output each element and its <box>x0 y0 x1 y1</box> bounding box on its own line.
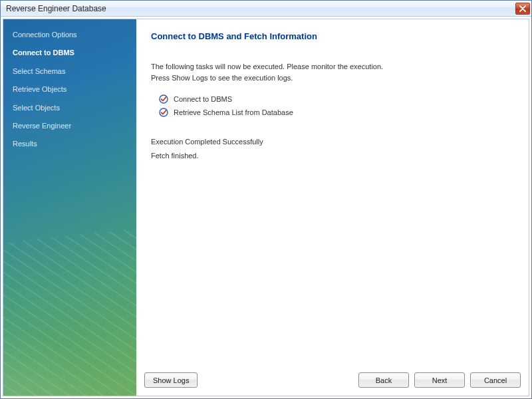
sidebar-item-retrieve-objects[interactable]: Retrieve Objects <box>3 80 136 98</box>
page-heading: Connect to DBMS and Fetch Information <box>151 31 514 41</box>
sidebar-item-connect-to-dbms[interactable]: Connect to DBMS <box>3 44 136 62</box>
sidebar-item-connection-options[interactable]: Connection Options <box>3 26 136 44</box>
cancel-button[interactable]: Cancel <box>470 372 521 388</box>
task-list: Connect to DBMS Retrieve Schema List fro… <box>159 92 514 119</box>
sidebar-item-reverse-engineer[interactable]: Reverse Engineer <box>3 117 136 135</box>
window-title: Reverse Engineer Database <box>6 4 515 13</box>
intro-text: The following tasks will now be executed… <box>151 61 514 83</box>
button-row: Show Logs Back Next Cancel <box>136 367 529 396</box>
sidebar-item-select-objects[interactable]: Select Objects <box>3 99 136 117</box>
wizard-sidebar: Connection Options Connect to DBMS Selec… <box>3 19 136 396</box>
sidebar-item-select-schemas[interactable]: Select Schemas <box>3 63 136 80</box>
show-logs-button[interactable]: Show Logs <box>144 372 198 388</box>
back-button[interactable]: Back <box>358 372 409 388</box>
status-line-1: Execution Completed Successfully <box>151 135 514 149</box>
intro-line-2: Press Show Logs to see the execution log… <box>151 72 514 84</box>
checkmark-icon <box>159 94 168 104</box>
task-row: Connect to DBMS <box>159 92 514 106</box>
status-line-2: Fetch finished. <box>151 149 514 163</box>
dialog-window: Reverse Engineer Database Connection Opt… <box>0 0 532 399</box>
next-button[interactable]: Next <box>414 372 465 388</box>
task-label: Connect to DBMS <box>174 95 232 103</box>
task-row: Retrieve Schema List from Database <box>159 106 514 119</box>
titlebar[interactable]: Reverse Engineer Database <box>1 1 531 17</box>
close-icon <box>519 5 526 12</box>
main-panel: Connect to DBMS and Fetch Information Th… <box>136 19 529 396</box>
task-label: Retrieve Schema List from Database <box>174 108 293 116</box>
status-block: Execution Completed Successfully Fetch f… <box>151 135 514 163</box>
close-button[interactable] <box>515 3 530 15</box>
intro-line-1: The following tasks will now be executed… <box>151 61 514 72</box>
dialog-body: Connection Options Connect to DBMS Selec… <box>3 19 529 396</box>
content-area: Connect to DBMS and Fetch Information Th… <box>136 19 529 367</box>
sidebar-item-results[interactable]: Results <box>3 135 136 153</box>
checkmark-icon <box>159 108 168 117</box>
